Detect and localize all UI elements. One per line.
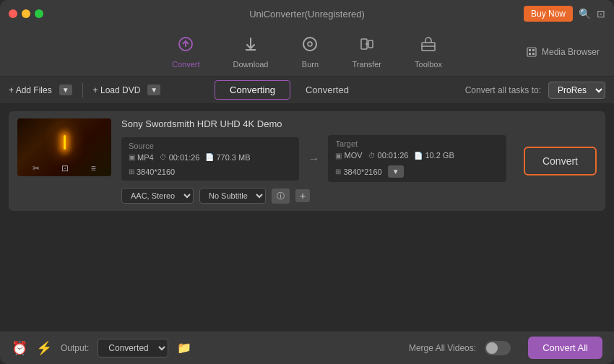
titlebar-right: Buy Now 🔍 ⊡ [524,6,605,22]
timer-icon[interactable]: ⏰ [12,340,27,356]
maximize-dot[interactable] [35,9,43,18]
source-format: MP4 [137,153,154,162]
target-expand-btn[interactable]: ▼ [388,165,404,178]
source-target-row: Source ▣ MP4 ⏱ 00:01:26 📄 770.3 MB [121,135,506,182]
convert-icon [177,35,194,57]
info-button[interactable]: ⓘ [272,188,290,204]
svg-rect-9 [527,48,536,56]
buy-now-button[interactable]: Buy Now [524,6,573,22]
media-browser-btn[interactable]: Media Browser [526,46,600,58]
tab-converted[interactable]: Converted [290,80,364,100]
target-label: Target [335,139,498,148]
video-info: Sony Swordsmith HDR UHD 4K Demo Source ▣… [121,118,506,204]
target-duration-badge: ⏱ 00:01:26 [368,151,409,160]
load-dvd-button[interactable]: + Load DVD [93,85,141,95]
output-select[interactable]: Converted [98,339,168,358]
audio-subtitle-row: AAC, Stereo No Subtitle ⓘ + [121,188,506,204]
merge-all-label: Merge All Videos: [409,343,476,353]
add-files-label: + Add Files [9,85,52,95]
convert-all-button[interactable]: Convert All [528,337,602,359]
audio-select[interactable]: AAC, Stereo [121,188,194,204]
toolbar-nav: Convert Download Burn [166,32,448,72]
add-track-button[interactable]: + [295,189,310,202]
target-duration: 00:01:26 [378,151,409,160]
add-files-dropdown[interactable]: ▼ [59,84,72,95]
source-resolution-badge: ⊞ 3840*2160 [129,168,175,176]
download-icon [242,35,259,57]
lightning-icon[interactable]: ⚡ [36,340,52,356]
target-format-badge: ▣ MOV [335,151,362,160]
target-format: MOV [344,151,362,160]
titlebar: UniConverter(Unregistered) Buy Now 🔍 ⊡ [0,0,614,27]
video-thumbnail: ✂ ⊡ ≡ [17,118,111,176]
format-select[interactable]: ProRes [548,82,605,99]
toolbox-icon [420,35,437,57]
convert-all-tasks-label: Convert all tasks to: [465,85,541,95]
source-label: Source [129,142,292,150]
toolbar-label-burn: Burn [302,60,319,69]
svg-rect-12 [529,53,531,55]
subtoolbar: + Add Files ▼ + Load DVD ▼ Converting Co… [0,77,614,104]
toolbar-item-burn[interactable]: Burn [295,32,324,72]
output-label: Output: [61,343,89,353]
target-resolution-badge: ⊞ 3840*2160 [335,168,381,176]
toolbar-item-transfer[interactable]: Transfer [346,32,387,72]
video-file-icon: ▣ [129,153,135,161]
target-info: ▣ MOV ⏱ 00:01:26 📄 10.2 GB ⊞ [335,151,498,178]
thumbnail-controls: ✂ ⊡ ≡ [17,163,111,173]
toolbar-label-transfer: Transfer [352,60,381,69]
source-size-badge: 📄 770.3 MB [205,153,250,162]
clock-icon: ⏱ [160,153,167,161]
burn-icon [301,35,319,57]
convert-btn-area: Convert [516,118,597,204]
toolbar-label-convert: Convert [172,60,200,69]
svg-point-3 [303,38,316,51]
search-icon[interactable]: 🔍 [579,8,591,20]
main-content: ✂ ⊡ ≡ Sony Swordsmith HDR UHD 4K Demo So… [0,104,614,331]
convert-button[interactable]: Convert [524,147,597,176]
target-res-icon: ⊞ [335,168,341,176]
svg-rect-13 [532,53,535,55]
svg-rect-11 [532,49,535,51]
target-size: 10.2 GB [425,151,454,160]
window-controls [9,9,43,18]
crop-icon[interactable]: ⊡ [61,163,69,173]
resolution-icon: ⊞ [129,168,134,176]
tab-converting[interactable]: Converting [215,80,290,100]
media-browser-label: Media Browser [542,47,600,57]
load-dvd-dropdown[interactable]: ▼ [147,84,160,95]
trim-icon[interactable]: ✂ [33,163,40,173]
source-box: Source ▣ MP4 ⏱ 00:01:26 📄 770.3 MB [121,137,299,181]
divider [82,83,83,98]
add-files-button[interactable]: + Add Files [9,85,52,95]
target-resolution: 3840*2160 [343,168,381,176]
subtitle-select[interactable]: No Subtitle [199,188,266,204]
source-size: 770.3 MB [216,153,250,162]
load-dvd-label: + Load DVD [93,85,141,95]
close-dot[interactable] [9,9,17,18]
svg-rect-6 [368,40,373,48]
target-clock-icon: ⏱ [368,152,376,160]
source-format-badge: ▣ MP4 [129,153,154,162]
minimize-icon[interactable]: ⊡ [597,8,605,20]
source-duration-badge: ⏱ 00:01:26 [160,153,200,162]
toolbar-item-convert[interactable]: Convert [166,32,206,72]
svg-rect-10 [529,49,531,51]
toolbar-item-download[interactable]: Download [228,32,274,72]
app-title: UniConverter(Unregistered) [249,9,365,20]
video-item: ✂ ⊡ ≡ Sony Swordsmith HDR UHD 4K Demo So… [9,111,605,211]
arrow-right-icon: → [308,152,319,165]
tabs: Converting Converted [215,80,364,100]
target-box: Target ▣ MOV ⏱ 00:01:26 📄 10.2 GB [328,135,506,182]
source-duration: 00:01:26 [169,153,200,162]
toolbar-label-download: Download [233,60,269,69]
target-video-icon: ▣ [335,152,342,160]
merge-toggle[interactable] [485,341,511,355]
folder-icon[interactable]: 📁 [177,341,191,355]
bottombar: ⏰ ⚡ Output: Converted 📁 Merge All Videos… [0,331,614,364]
toolbar-item-toolbox[interactable]: Toolbox [409,32,448,72]
minimize-dot[interactable] [22,9,30,18]
main-toolbar: Convert Download Burn [0,27,614,77]
effects-icon[interactable]: ≡ [91,163,96,173]
target-file-icon: 📄 [414,152,423,160]
